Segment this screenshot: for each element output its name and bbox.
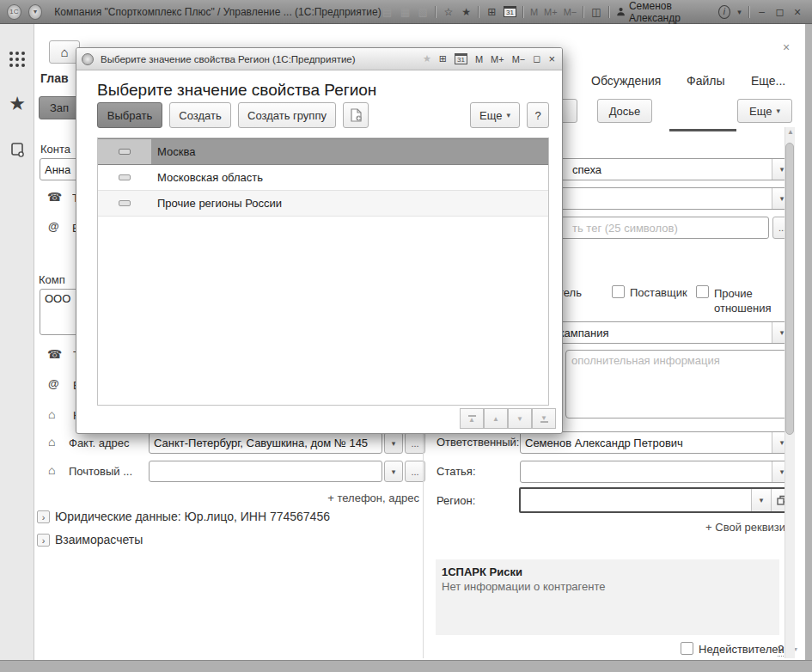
user-name: Семенов Александр [629, 0, 712, 24]
postal-address-input[interactable] [149, 461, 382, 482]
dialog-heading: Выберите значение свойства Регион [97, 81, 376, 100]
legal-data-section-title[interactable]: Юридические данные: Юр.лицо, ИНН 7745674… [55, 510, 330, 523]
scrollbar-thumb[interactable] [785, 143, 794, 435]
info-icon[interactable]: i [718, 5, 730, 19]
arrow-down-icon: ▼ [540, 415, 547, 421]
current-user[interactable]: Семенов Александр [616, 0, 712, 24]
postal-address-dropdown-button[interactable]: ▾ [384, 461, 403, 482]
print-icon[interactable]: ▦ [399, 6, 411, 18]
close-button[interactable]: × [791, 5, 803, 19]
dialog-maximize-button[interactable]: ◻ [533, 53, 540, 64]
tab-more[interactable]: Еще... [751, 74, 785, 88]
spark-text: Нет информации о контрагенте [436, 580, 779, 593]
calculator-icon[interactable]: ⊞ [439, 53, 447, 64]
invalid-help-link[interactable]: ? [778, 643, 784, 657]
home-icon: ⌂ [60, 45, 68, 59]
form-more-button[interactable]: Еще ▾ [737, 99, 792, 123]
chevron-down-icon: ▾ [780, 328, 785, 337]
chevron-down-icon: ▾ [780, 194, 785, 203]
list-item[interactable]: Московская область [98, 165, 548, 191]
other-relations-checkbox[interactable] [696, 285, 709, 298]
spark-title: 1СПАРК Риски [436, 559, 779, 580]
favorites-star-icon[interactable]: ★ [423, 53, 431, 64]
region-label: Регион: [437, 494, 475, 507]
expander-icon: › [42, 535, 46, 546]
more-label: Еще [749, 105, 772, 118]
responsible-input[interactable] [521, 432, 772, 453]
add-phone-address-link[interactable]: + телефон, адрес [327, 492, 419, 504]
dialog-help-button[interactable]: ? [527, 102, 549, 128]
custom-attribute-link[interactable]: + Свой реквизит [696, 521, 791, 534]
tab-discussions[interactable]: Обсуждения [591, 74, 661, 88]
active-tab-underline [669, 129, 736, 131]
memory-minus-button[interactable]: M− [512, 54, 526, 64]
move-up-button[interactable]: ▲ [484, 408, 508, 429]
history-icon[interactable] [0, 141, 34, 162]
select-label: Выбрать [107, 109, 152, 122]
dialog-more-button[interactable]: Еще ▾ [470, 102, 520, 128]
list-item-dash-icon [119, 149, 131, 155]
region-list: Москва Московская область Прочие регионы… [97, 137, 549, 406]
additional-info-textarea[interactable] [565, 350, 792, 418]
split-window-icon[interactable]: ◫ [590, 6, 602, 18]
house-icon: ⌂ [48, 463, 55, 477]
window-bottom-frame [0, 660, 812, 672]
calendar-icon[interactable]: 31 [504, 6, 516, 17]
save-icon[interactable]: ▤ [382, 6, 394, 18]
move-down-button[interactable]: ▼ [508, 408, 532, 429]
create-group-button[interactable]: Создать группу [238, 102, 336, 128]
maximize-button[interactable]: ◻ [774, 6, 786, 18]
minimize-button[interactable]: – [756, 6, 768, 18]
region-combo-focused[interactable]: ▾ [519, 487, 794, 513]
memory-plus-button[interactable]: M+ [491, 54, 504, 64]
apps-grid-icon[interactable] [0, 50, 34, 72]
dialog-more-label: Еще [479, 109, 502, 122]
article-input[interactable] [521, 461, 772, 482]
move-to-top-button[interactable]: ▲ [460, 408, 484, 429]
window-right-frame [805, 24, 812, 660]
memory-button[interactable]: M [475, 54, 483, 64]
favorites-list-icon[interactable]: ★ [461, 6, 473, 18]
list-item[interactable]: Москва [98, 138, 548, 165]
invalid-checkbox[interactable] [681, 642, 693, 655]
dialog-titlebar-icons: ★ ⊞ 31 M M+ M− ◻ × [423, 52, 562, 65]
dialog-close-button[interactable]: × [548, 52, 555, 65]
settlements-expander[interactable]: › [37, 534, 50, 547]
calendar-icon[interactable]: 31 [455, 53, 467, 64]
move-to-bottom-button[interactable]: ▼ [532, 408, 556, 429]
memory-minus-button[interactable]: M− [564, 7, 577, 17]
spark-panel: 1СПАРК Риски Нет информации о контрагент… [436, 559, 779, 635]
article-combo[interactable]: ▾ [520, 461, 792, 483]
supplier-checkbox[interactable] [612, 285, 625, 298]
legal-data-expander[interactable]: › [37, 510, 50, 523]
dialog-logo-icon [82, 53, 94, 65]
fact-address-dropdown-button[interactable]: ▾ [384, 432, 403, 454]
tab-files[interactable]: Файлы [687, 74, 724, 88]
form-close-icon[interactable]: × [783, 40, 790, 54]
arrow-up-icon: ▲ [492, 416, 499, 422]
new-document-button[interactable] [343, 102, 369, 128]
region-dropdown-button[interactable]: ▾ [751, 489, 771, 511]
favorites-star-icon[interactable]: ☆ [443, 6, 455, 18]
favorites-icon[interactable]: ★ [0, 93, 34, 115]
fact-address-input[interactable] [149, 432, 382, 454]
responsible-label: Ответственный: [437, 436, 519, 449]
house-icon: ⌂ [48, 435, 55, 449]
settlements-section-title[interactable]: Взаиморасчеты [55, 533, 143, 547]
dossier-button[interactable]: Досье [597, 99, 652, 123]
region-input[interactable] [521, 489, 751, 511]
scrollbar-up-icon[interactable]: ▲ [785, 128, 796, 136]
print-preview-icon[interactable]: ▧ [417, 6, 429, 18]
memory-plus-button[interactable]: M+ [544, 7, 558, 17]
app-logo-icon[interactable]: 1С [7, 4, 21, 20]
memory-button[interactable]: M [530, 7, 538, 17]
create-button[interactable]: Создать [169, 102, 231, 128]
list-item[interactable]: Прочие регионы России [98, 191, 548, 217]
calculator-icon[interactable]: ⊞ [485, 6, 498, 18]
expander-icon: › [42, 512, 46, 522]
main-menu-icon[interactable]: ▾ [28, 4, 43, 20]
responsible-combo[interactable]: ▾ [520, 431, 792, 454]
select-button[interactable]: Выбрать [97, 102, 162, 128]
info-caret-icon[interactable]: ▾ [736, 8, 742, 16]
list-item-label: Москва [151, 139, 548, 164]
